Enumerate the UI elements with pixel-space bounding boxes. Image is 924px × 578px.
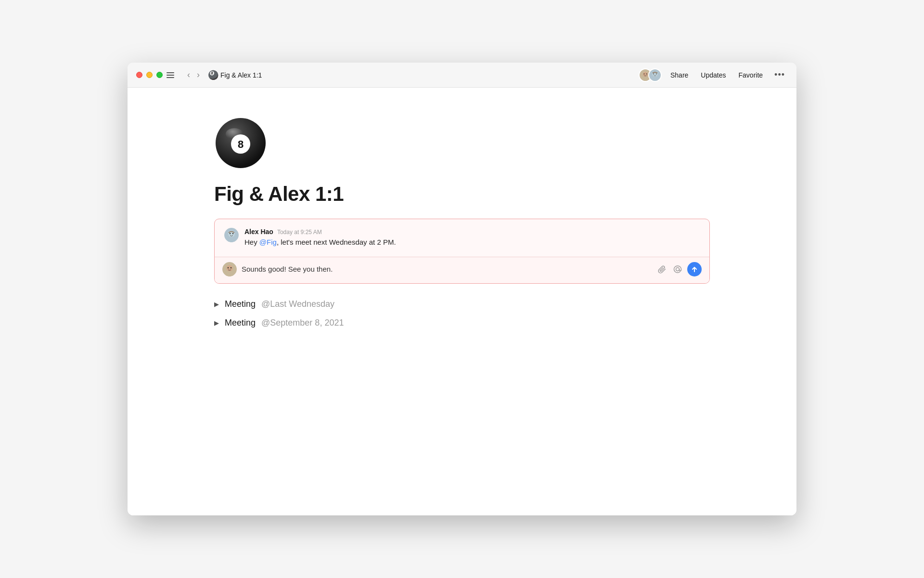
meeting-label-1: Meeting (225, 318, 256, 328)
svg-point-17 (230, 233, 231, 235)
doc-icon: 🎱 (208, 70, 218, 80)
updates-button[interactable]: Updates (697, 69, 730, 81)
avatar-group (639, 68, 662, 82)
svg-point-8 (653, 73, 654, 74)
meeting-date-0: @Last Wednesday (261, 299, 334, 309)
menu-button[interactable] (164, 71, 177, 79)
reply-actions (656, 262, 702, 276)
send-button[interactable] (687, 262, 702, 276)
forward-button[interactable]: › (194, 69, 202, 81)
svg-point-7 (652, 77, 658, 81)
mention-button[interactable] (672, 263, 683, 275)
comment-thread: Alex Hao Today at 9:25 AM Hey @Fig, let'… (215, 219, 709, 257)
titlebar: ‹ › 🎱 Fig & Alex 1:1 (128, 63, 796, 88)
attach-button[interactable] (656, 263, 668, 275)
meeting-item-1[interactable]: ▶ Meeting @September 8, 2021 (214, 318, 710, 328)
svg-point-18 (232, 233, 234, 235)
share-button[interactable]: Share (667, 69, 692, 81)
nav-buttons: ‹ › (185, 69, 202, 81)
app-window: ‹ › 🎱 Fig & Alex 1:1 (128, 63, 796, 515)
favorite-button[interactable]: Favorite (735, 69, 767, 81)
avatar-alex (648, 68, 662, 82)
more-button[interactable]: ••• (771, 69, 788, 81)
meeting-item-0[interactable]: ▶ Meeting @Last Wednesday (214, 299, 710, 309)
page-title: Fig & Alex 1:1 (214, 183, 710, 205)
svg-point-4 (646, 73, 647, 74)
triangle-icon-1: ▶ (214, 319, 219, 327)
reply-avatar-fig (222, 262, 237, 276)
svg-point-2 (642, 77, 649, 81)
comment-time: Today at 9:25 AM (277, 229, 322, 236)
traffic-lights (136, 72, 163, 78)
maximize-button[interactable] (156, 72, 163, 78)
comment-header: Alex Hao Today at 9:25 AM (244, 228, 700, 236)
comment-avatar-alex (224, 228, 239, 242)
doc-title: Fig & Alex 1:1 (220, 71, 262, 79)
meeting-label-0: Meeting (225, 299, 256, 309)
comment-author: Alex Hao (244, 228, 273, 236)
svg-point-9 (656, 73, 657, 74)
svg-text:8: 8 (238, 138, 244, 150)
comment-body: Alex Hao Today at 9:25 AM Hey @Fig, let'… (244, 228, 700, 248)
back-button[interactable]: ‹ (185, 69, 192, 81)
svg-point-24 (676, 267, 680, 271)
minimize-button[interactable] (146, 72, 153, 78)
svg-point-22 (228, 267, 229, 268)
meeting-date-1: @September 8, 2021 (261, 318, 344, 328)
reply-input[interactable] (242, 265, 652, 273)
titlebar-actions: Share Updates Favorite ••• (639, 68, 788, 82)
comment-text: Hey @Fig, let's meet next Wednesday at 2… (244, 237, 700, 248)
page-icon[interactable]: 8 (214, 117, 267, 170)
svg-point-23 (231, 267, 232, 268)
svg-point-3 (643, 73, 644, 74)
meeting-list: ▶ Meeting @Last Wednesday ▶ Meeting @Sep… (214, 299, 710, 328)
close-button[interactable] (136, 72, 142, 78)
reply-area (215, 257, 709, 283)
main-content: 8 Fig & Alex 1:1 (128, 88, 796, 515)
comment-item: Alex Hao Today at 9:25 AM Hey @Fig, let'… (224, 228, 700, 248)
triangle-icon-0: ▶ (214, 301, 219, 308)
discussion-box: Alex Hao Today at 9:25 AM Hey @Fig, let'… (214, 219, 710, 284)
mention-fig: @Fig (259, 238, 277, 246)
